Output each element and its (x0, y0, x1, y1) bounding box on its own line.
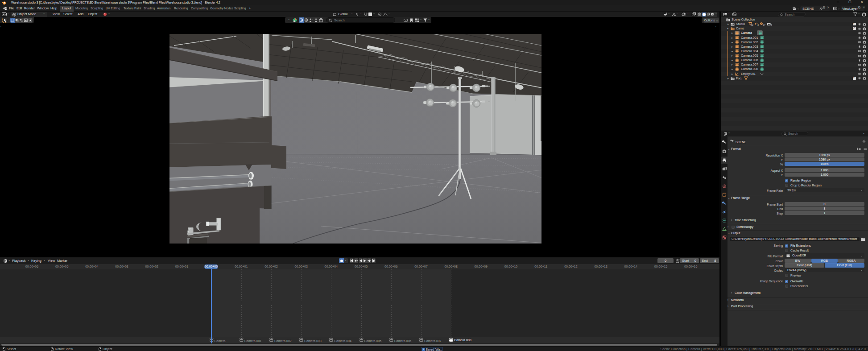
svg-text:3: 3 (771, 24, 772, 26)
svg-text:27: 27 (763, 24, 765, 26)
svg-text:52: 52 (751, 24, 753, 26)
svg-text:3: 3 (757, 24, 759, 26)
